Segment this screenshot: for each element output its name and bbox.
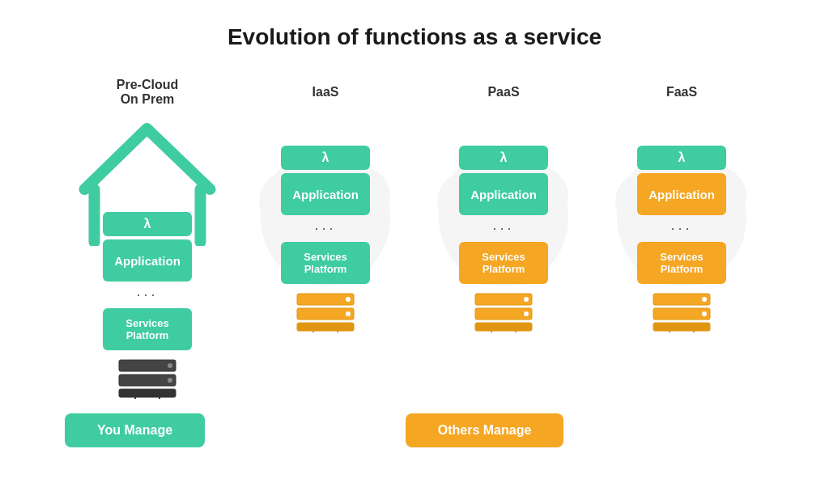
svg-point-41 [702, 297, 707, 302]
col-label-paas: PaaS [487, 74, 519, 110]
stack-items-pre-cloud: λ Application ··· ServicesPlatform [103, 212, 192, 399]
stack-items-paas: λ Application ··· ServicesPlatform [459, 146, 548, 332]
page-title: Evolution of functions as a service [227, 24, 602, 50]
column-iaas: IaaS λ Application ··· ServicesPlatform [236, 74, 414, 332]
svg-rect-27 [475, 308, 532, 320]
svg-rect-2 [119, 360, 176, 371]
svg-point-18 [346, 311, 351, 316]
lambda-box-paas: λ [459, 146, 548, 170]
svg-point-30 [524, 311, 529, 316]
server-icon-faas [649, 292, 714, 332]
app-box-iaas: Application [281, 173, 370, 215]
svg-rect-40 [653, 323, 710, 331]
column-pre-cloud: Pre-CloudOn Prem λ Application ··· Servi… [58, 74, 236, 399]
lambda-box-pre-cloud: λ [103, 212, 192, 236]
svg-point-17 [346, 297, 351, 302]
buttons-row: You Manage Others Manage [32, 413, 797, 447]
server-icon-iaas [293, 292, 358, 332]
stack-items-faas: λ Application ··· ServicesPlatform [637, 146, 726, 332]
right-spacer [563, 413, 764, 447]
svg-point-6 [168, 378, 172, 383]
svg-rect-14 [297, 294, 354, 305]
dots-pre-cloud: ··· [136, 286, 158, 303]
column-faas: FaaS λ Application ··· ServicesPlatform [593, 74, 771, 332]
cloud-container-paas: λ Application ··· ServicesPlatform [433, 125, 575, 332]
svg-rect-4 [119, 389, 176, 397]
page: Evolution of functions as a service Pre-… [0, 0, 829, 504]
col-label-iaas: IaaS [312, 74, 339, 110]
others-manage-button[interactable]: Others Manage [406, 413, 564, 447]
svg-rect-16 [297, 323, 354, 331]
cloud-container-faas: λ Application ··· ServicesPlatform [611, 125, 753, 332]
dots-iaas: ··· [314, 220, 336, 237]
services-box-paas: ServicesPlatform [459, 242, 548, 284]
svg-rect-26 [475, 294, 532, 305]
app-box-pre-cloud: Application [103, 239, 192, 282]
services-box-pre-cloud: ServicesPlatform [103, 308, 192, 350]
server-icon-pre-cloud [115, 358, 180, 399]
column-paas: PaaS λ Application ··· ServicesPlatform [414, 74, 593, 332]
btn-spacer [205, 413, 406, 447]
svg-rect-28 [475, 323, 532, 331]
svg-point-42 [702, 311, 707, 316]
svg-point-5 [168, 363, 172, 368]
services-box-iaas: ServicesPlatform [281, 242, 370, 284]
svg-rect-39 [653, 308, 710, 320]
col-label-faas: FaaS [666, 74, 697, 110]
svg-point-29 [524, 297, 529, 302]
svg-rect-15 [297, 308, 354, 320]
house-container: λ Application ··· ServicesPlatform [77, 125, 219, 399]
services-box-faas: ServicesPlatform [637, 242, 726, 284]
lambda-box-iaas: λ [281, 146, 370, 170]
svg-rect-38 [653, 294, 710, 305]
lambda-box-faas: λ [637, 146, 726, 170]
app-box-paas: Application [459, 173, 548, 215]
app-box-faas: Application [637, 173, 726, 215]
dots-paas: ··· [492, 220, 514, 237]
diagram-area: Pre-CloudOn Prem λ Application ··· Servi… [32, 74, 797, 399]
svg-rect-3 [119, 375, 176, 386]
dots-faas: ··· [670, 220, 692, 237]
server-icon-paas [471, 292, 536, 332]
col-label-pre-cloud: Pre-CloudOn Prem [117, 74, 178, 110]
you-manage-button[interactable]: You Manage [65, 413, 205, 447]
cloud-container-iaas: λ Application ··· ServicesPlatform [255, 125, 397, 332]
stack-items-iaas: λ Application ··· ServicesPlatform [281, 146, 370, 332]
